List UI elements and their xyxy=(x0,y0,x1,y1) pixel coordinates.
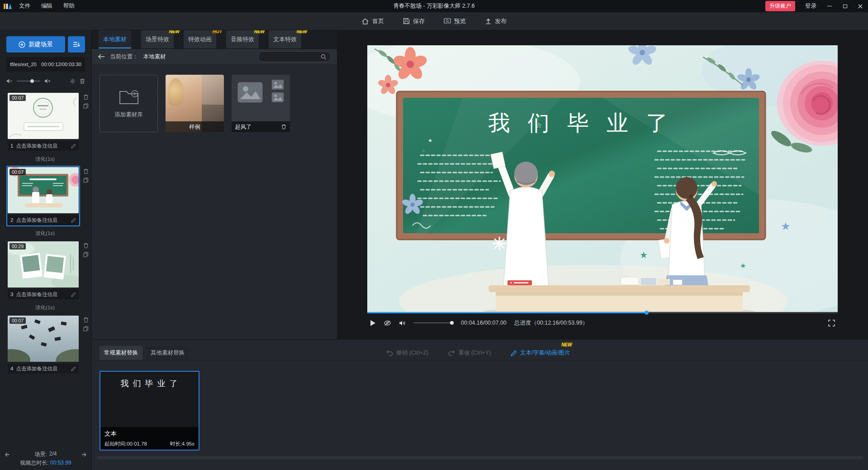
scene-4-delete-icon[interactable] xyxy=(83,317,89,323)
save-button[interactable]: 保存 xyxy=(403,17,425,25)
prev-scene-arrow[interactable] xyxy=(5,452,10,457)
scene-sort-button[interactable] xyxy=(68,36,85,53)
volume-icon xyxy=(399,320,406,326)
minimize-button[interactable] xyxy=(822,0,837,12)
material-folder-sample[interactable]: 样例 xyxy=(166,75,224,132)
playback-progress-bar[interactable] xyxy=(367,312,838,313)
transition-1[interactable]: 淡化(1s) xyxy=(6,152,84,166)
scene-counter-value: 2/4 xyxy=(49,451,57,458)
minimize-icon xyxy=(827,6,832,6)
material-folder-qifengle[interactable]: 起风了 xyxy=(232,75,290,132)
video-stage[interactable]: 我 们 毕 业 了 ☆ xyxy=(367,45,838,312)
search-input[interactable] xyxy=(262,53,318,60)
scene-2-note[interactable]: 2 点击添加备注信息 xyxy=(8,215,79,225)
play-icon xyxy=(370,320,376,326)
scene-3-select[interactable]: 00:29 3 点击添加备注信息 xyxy=(6,240,80,301)
bgm-controls xyxy=(6,75,85,87)
edit-text-subtitle-button[interactable]: 文本/字幕/动画/图片 NEW xyxy=(511,349,570,357)
add-material-label: 添加素材库 xyxy=(114,111,143,119)
undo-button[interactable]: 撤销 (Ctrl+Z) xyxy=(386,349,428,357)
fullscreen-button[interactable] xyxy=(828,320,835,326)
scene-2-number: 2 xyxy=(10,217,13,223)
transition-2[interactable]: 淡化(1s) xyxy=(6,226,84,240)
tab-scene-effects[interactable]: 场景特效 NEW xyxy=(141,30,174,48)
preview-label: 预览 xyxy=(454,17,466,25)
scene-2-select[interactable]: 00:07 xyxy=(6,166,80,226)
scene-1-thumbnail[interactable]: 00:07 xyxy=(8,93,79,139)
tab-other-replace[interactable]: 其他素材替换 xyxy=(146,346,189,360)
redo-icon xyxy=(448,350,455,356)
play-button[interactable] xyxy=(370,320,376,326)
tab-audio-effects[interactable]: 音频特效 NEW xyxy=(226,30,259,48)
eye-slash-icon xyxy=(384,320,391,326)
scene-3-duration-badge: 00:29 xyxy=(9,243,26,249)
upgrade-account-button[interactable]: 升级账户 xyxy=(765,1,795,11)
bgm-delete-icon[interactable] xyxy=(80,78,85,84)
scene-1-delete-icon[interactable] xyxy=(83,94,89,100)
scene-2-delete-icon[interactable] xyxy=(83,168,89,174)
scene-2-thumbnail[interactable]: 00:07 xyxy=(8,167,79,213)
scene-1-copy-icon[interactable] xyxy=(83,103,89,109)
scene-4-copy-icon[interactable] xyxy=(83,326,89,331)
bgm-settings-icon[interactable] xyxy=(70,78,76,84)
login-button[interactable]: 登录 xyxy=(800,2,822,10)
scene-1-select[interactable]: 00:07 xyxy=(6,91,80,152)
menu-edit[interactable]: 编辑 xyxy=(36,0,58,12)
clip-start-time: 起始时间:00:01.78 xyxy=(104,441,147,447)
preview-button[interactable]: 预览 xyxy=(444,17,466,25)
material-search[interactable] xyxy=(258,51,331,62)
close-button[interactable] xyxy=(853,0,868,12)
menu-file[interactable]: 文件 xyxy=(14,0,36,12)
transition-3[interactable]: 淡化(1s) xyxy=(6,301,84,314)
scene-4-select[interactable]: 00:07 xyxy=(6,314,80,375)
publish-button[interactable]: 发布 xyxy=(485,17,507,25)
player-volume-slider[interactable] xyxy=(413,322,453,323)
home-button[interactable]: 首页 xyxy=(361,17,384,25)
svg-text:★: ★ xyxy=(781,220,791,232)
scene-4-note[interactable]: 4 点击添加备注信息 xyxy=(8,364,79,374)
bgm-track-item[interactable]: tfiles/ext_20 00:00:12/00:03:30 xyxy=(6,57,85,72)
edit-note-icon xyxy=(71,292,76,297)
location-label: 当前位置： xyxy=(110,53,138,61)
bgm-volume-slider[interactable] xyxy=(17,81,40,82)
materials-panel: 本地素材 场景特效 NEW 特效动画 HOT 音频特效 NEW 文本特效 NEW xyxy=(92,30,337,339)
tab-text-effects[interactable]: 文本特效 NEW xyxy=(269,30,301,48)
text-clip-card[interactable]: 我 们 毕 业 了 文本 起始时间:00:01.78 时长:4.95s xyxy=(100,371,199,451)
location-value: 本地素材 xyxy=(143,53,166,61)
playback-time: 00:04.16/00:07.00 xyxy=(461,320,507,326)
progress-handle[interactable] xyxy=(645,311,649,315)
folder-delete-icon[interactable] xyxy=(281,124,286,129)
clip-preview-text: 我 们 毕 业 了 xyxy=(100,372,199,389)
main-toolbar: 首页 保存 预览 发布 xyxy=(0,12,868,30)
back-arrow-icon[interactable] xyxy=(98,54,105,59)
tab-local-materials[interactable]: 本地素材 xyxy=(99,30,131,48)
scene-4-thumbnail[interactable]: 00:07 xyxy=(8,316,79,362)
add-material-library-button[interactable]: 添加素材库 xyxy=(100,75,158,132)
redo-button[interactable]: 重做 (Ctrl+Y) xyxy=(448,349,491,357)
scene-3-copy-icon[interactable] xyxy=(83,252,89,257)
volume-button[interactable] xyxy=(399,320,406,326)
autoplay-toggle[interactable] xyxy=(384,320,391,326)
tab-effect-animation[interactable]: 特效动画 HOT xyxy=(184,30,216,48)
scene-list: 00:07 xyxy=(0,91,91,375)
volume-up-icon[interactable] xyxy=(44,78,51,84)
scene-3-delete-icon[interactable] xyxy=(83,243,89,249)
mute-icon[interactable] xyxy=(6,78,13,84)
edit-note-icon xyxy=(71,218,76,223)
horizontal-scrollbar[interactable] xyxy=(96,456,863,459)
next-scene-arrow[interactable] xyxy=(81,452,87,457)
scene-3-thumbnail[interactable]: 00:29 xyxy=(8,241,79,288)
scene-1-note[interactable]: 1 点击添加备注信息 xyxy=(8,141,79,151)
new-scene-button[interactable]: 新建场景 xyxy=(6,36,65,53)
scene-item-4: 00:07 xyxy=(0,314,91,375)
menu-help[interactable]: 帮助 xyxy=(58,0,80,12)
tab-normal-replace[interactable]: 常规素材替换 xyxy=(100,346,142,360)
preview-icon xyxy=(444,18,451,24)
scene-3-note[interactable]: 3 点击添加备注信息 xyxy=(8,289,79,299)
new-scene-label: 新建场景 xyxy=(28,40,53,48)
bgm-track-time: 00:00:12/00:03:30 xyxy=(41,62,81,67)
svg-text:★: ★ xyxy=(640,250,648,260)
scene-2-copy-icon[interactable] xyxy=(83,177,89,183)
maximize-button[interactable] xyxy=(837,0,853,12)
undo-icon xyxy=(386,350,393,356)
